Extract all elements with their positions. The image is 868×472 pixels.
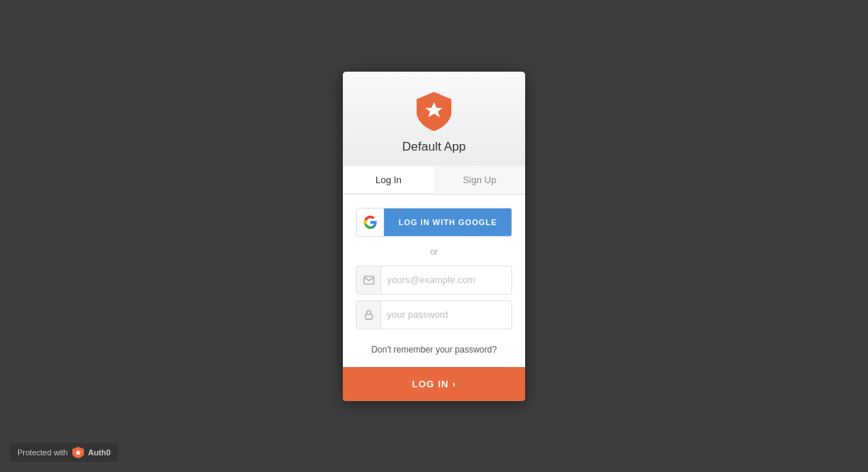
- login-button[interactable]: LOG IN ›: [343, 367, 525, 401]
- forgot-password-link[interactable]: Don't remember your password?: [371, 345, 497, 355]
- google-icon: [363, 215, 378, 229]
- google-login-button[interactable]: LOG IN WITH GOOGLE: [356, 208, 512, 237]
- password-input-group: [356, 300, 512, 329]
- password-field[interactable]: [381, 301, 512, 329]
- google-button-label: LOG IN WITH GOOGLE: [384, 208, 511, 236]
- svg-rect-3: [365, 314, 372, 319]
- card-header: Default App: [343, 72, 525, 166]
- tab-login[interactable]: Log In: [343, 167, 434, 195]
- forgot-password-section: Don't remember your password?: [356, 335, 512, 367]
- email-input-group: [356, 266, 512, 295]
- divider: or: [356, 247, 512, 257]
- tab-signup[interactable]: Sign Up: [434, 167, 525, 195]
- protected-text: Protected with: [17, 448, 68, 457]
- tabs-container: Log In Sign Up: [343, 166, 525, 195]
- card-body: LOG IN WITH GOOGLE or: [343, 195, 525, 367]
- email-field[interactable]: [381, 266, 512, 294]
- protected-badge: Protected with Auth0: [10, 443, 118, 462]
- email-icon: [357, 266, 381, 294]
- lock-icon: [357, 301, 381, 329]
- app-title: Default App: [402, 140, 466, 154]
- login-card: Default App Log In Sign Up LOG IN WITH G…: [343, 72, 525, 401]
- app-logo: [417, 92, 451, 131]
- auth0-brand-name: Auth0: [88, 448, 111, 457]
- auth0-badge-logo: [72, 447, 84, 458]
- google-icon-box: [357, 208, 384, 236]
